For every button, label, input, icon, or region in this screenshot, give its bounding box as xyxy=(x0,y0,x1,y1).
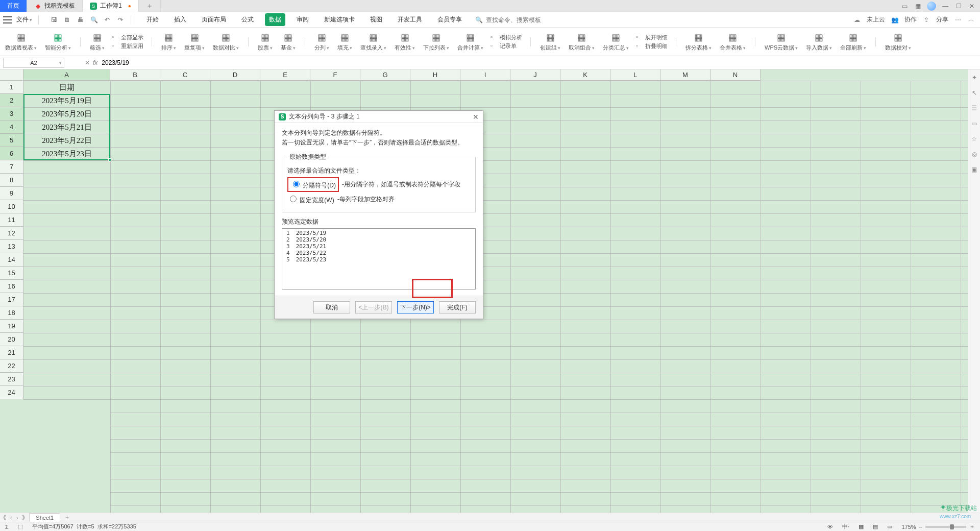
ribbon-item-12[interactable]: ▦有效性▾ xyxy=(394,32,416,52)
ribbon-item[interactable]: ▫展开明细 xyxy=(636,34,668,41)
file-menu[interactable]: 文件▾ xyxy=(16,15,32,24)
fx-icon[interactable]: fx xyxy=(93,59,97,66)
docer-icon: ◆ xyxy=(34,3,41,10)
avatar[interactable] xyxy=(927,2,936,11)
ribbon-item-2[interactable]: ▦筛选▾ xyxy=(89,32,106,52)
save-as-icon[interactable]: 🗎 xyxy=(63,16,71,24)
menu-bar: 文件▾ 🖫 🗎 🖶 🔍 ↶ ↷ 开始 插入 页面布局 公式 数据 审阅 新建选项… xyxy=(0,12,980,28)
save-icon[interactable]: 🖫 xyxy=(50,16,58,24)
ribbon-group-15: ▫模拟分析▫记录单 xyxy=(491,34,522,50)
ribbon-item[interactable]: ▫记录单 xyxy=(491,42,522,50)
chevron-up-icon[interactable]: ︿ xyxy=(968,16,975,23)
minimize-icon[interactable]: — xyxy=(941,2,949,10)
formula-input[interactable] xyxy=(101,59,254,67)
file-menu-label: 文件 xyxy=(16,15,29,24)
ribbon-item-8[interactable]: ▦基金▾ xyxy=(280,32,297,52)
command-search[interactable]: 🔍 xyxy=(475,16,546,24)
ribbon-item-6[interactable]: ▦数据对比▾ xyxy=(212,32,240,52)
ribbon-group-3: ▫全部显示▫重新应用 xyxy=(112,34,143,50)
ribbon-item[interactable]: ▫折叠明细 xyxy=(636,42,668,50)
tab-workbook[interactable]: S 工作簿1 ● xyxy=(83,0,139,12)
ribbon-tab-8[interactable]: 开发工具 xyxy=(394,13,426,26)
name-box[interactable]: A2 ▾ xyxy=(3,58,64,68)
title-bar: 首页 ◆ 找稻壳模板 S 工作簿1 ● ＋ ▭ ▦ — ☐ ✕ xyxy=(0,0,980,12)
tab-template[interactable]: ◆ 找稻壳模板 xyxy=(27,0,83,12)
ribbon: ▦数据透视表▾▦智能分析▾▦筛选▾▫全部显示▫重新应用▦排序▾▦重复项▾▦数据对… xyxy=(0,28,980,56)
ribbon-tab-4[interactable]: 数据 xyxy=(265,13,285,26)
more-icon[interactable]: ⋯ xyxy=(954,16,962,23)
ribbon-item-17[interactable]: ▦取消组合▾ xyxy=(568,32,596,52)
coop-icon[interactable]: 👥 xyxy=(891,16,898,23)
layout-icon[interactable]: ▭ xyxy=(900,2,909,10)
tab-workbook-label: 工作簿1 xyxy=(100,2,122,10)
search-icon: 🔍 xyxy=(475,16,483,23)
print-icon[interactable]: 🖶 xyxy=(77,16,85,24)
ribbon-item[interactable]: ▫模拟分析 xyxy=(491,34,522,41)
ribbon-item-10[interactable]: ▦填充▾ xyxy=(336,32,353,52)
right-menu: ☁未上云 👥协作 ⇪分享 ⋯ ︿ xyxy=(853,15,977,24)
ribbon-item-4[interactable]: ▦排序▾ xyxy=(160,32,177,52)
ribbon-tab-1[interactable]: 插入 xyxy=(170,13,190,26)
ribbon-item[interactable]: ▫全部显示 xyxy=(112,34,143,41)
share-icon[interactable]: ⇪ xyxy=(923,16,930,23)
ribbon-item-24[interactable]: ▦全部刷新▾ xyxy=(839,32,867,52)
ribbon-tab-3[interactable]: 公式 xyxy=(237,13,258,26)
ribbon-item-9[interactable]: ▦分列▾ xyxy=(313,32,330,52)
ribbon-item-21[interactable]: ▦合并表格▾ xyxy=(719,32,747,52)
ribbon-tab-6[interactable]: 新建选项卡 xyxy=(320,13,359,26)
ribbon-tab-7[interactable]: 视图 xyxy=(366,13,386,26)
ribbon-tabs: 开始 插入 页面布局 公式 数据 审阅 新建选项卡 视图 开发工具 会员专享 xyxy=(142,13,466,26)
name-box-value: A2 xyxy=(30,60,37,66)
ribbon-item-16[interactable]: ▦创建组▾ xyxy=(539,32,561,52)
ribbon-item-11[interactable]: ▦查找录入▾ xyxy=(359,32,387,52)
ribbon-item-23[interactable]: ▦导入数据▾ xyxy=(805,32,833,52)
ribbon-item-1[interactable]: ▦智能分析▾ xyxy=(44,32,72,52)
ribbon-item-7[interactable]: ▦股票▾ xyxy=(257,32,274,52)
tab-new[interactable]: ＋ xyxy=(139,0,161,12)
close-icon[interactable]: ✕ xyxy=(968,2,976,10)
ribbon-item-18[interactable]: ▦分类汇总▾ xyxy=(602,32,630,52)
undo-icon[interactable]: ↶ xyxy=(103,16,111,24)
ribbon-item-0[interactable]: ▦数据透视表▾ xyxy=(4,32,38,52)
ribbon-item-22[interactable]: ▦WPS云数据▾ xyxy=(764,32,799,52)
cancel-formula-icon[interactable]: ✕ xyxy=(85,59,90,66)
ribbon-group-19: ▫展开明细▫折叠明细 xyxy=(636,34,668,50)
redo-icon[interactable]: ↷ xyxy=(116,16,125,24)
maximize-icon[interactable]: ☐ xyxy=(954,2,963,10)
ribbon-item[interactable]: ▫重新应用 xyxy=(112,42,143,50)
command-search-input[interactable] xyxy=(485,16,546,24)
spreadsheet-icon: S xyxy=(90,3,97,10)
ribbon-item-13[interactable]: ▦下拉列表▾ xyxy=(422,32,450,52)
ribbon-tab-5[interactable]: 审阅 xyxy=(292,13,313,26)
ribbon-item-25[interactable]: ▦数据校对▾ xyxy=(884,32,912,52)
ribbon-item-5[interactable]: ▦重复项▾ xyxy=(183,32,206,52)
modified-dot-icon: ● xyxy=(128,3,131,9)
coop-label[interactable]: 协作 xyxy=(904,15,917,24)
cloud-label[interactable]: 未上云 xyxy=(867,15,885,24)
hamburger-icon[interactable] xyxy=(3,16,12,23)
ribbon-item-20[interactable]: ▦拆分表格▾ xyxy=(684,32,713,52)
ribbon-tab-0[interactable]: 开始 xyxy=(142,13,163,26)
share-label[interactable]: 分享 xyxy=(936,15,948,24)
chevron-down-icon[interactable]: ▾ xyxy=(59,60,62,65)
formula-bar: A2 ▾ ✕ fx xyxy=(0,56,980,69)
tab-home-label: 首页 xyxy=(7,2,19,10)
ribbon-tab-2[interactable]: 页面布局 xyxy=(198,13,230,26)
window-controls: ▭ ▦ — ☐ ✕ xyxy=(900,0,980,12)
tab-template-label: 找稻壳模板 xyxy=(44,2,75,10)
cloud-icon[interactable]: ☁ xyxy=(853,16,861,23)
grid-apps-icon[interactable]: ▦ xyxy=(914,2,922,10)
tab-home[interactable]: 首页 xyxy=(0,0,27,12)
quick-access: 🖫 🗎 🖶 🔍 ↶ ↷ xyxy=(50,16,125,24)
ribbon-item-14[interactable]: ▦合并计算▾ xyxy=(456,32,484,52)
print-preview-icon[interactable]: 🔍 xyxy=(90,16,98,24)
ribbon-tab-9[interactable]: 会员专享 xyxy=(433,13,466,26)
